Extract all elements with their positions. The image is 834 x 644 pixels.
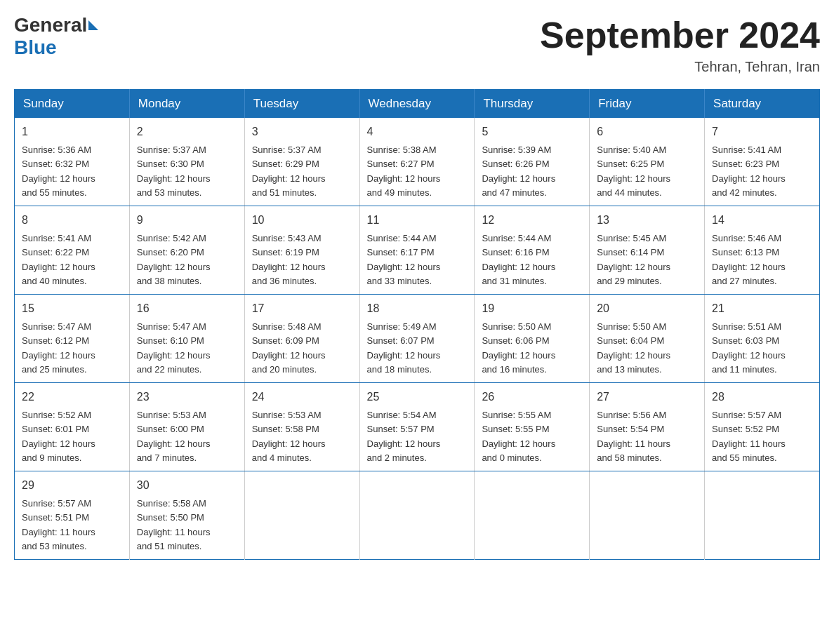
logo-general: General (14, 14, 87, 36)
day-number: 28 (712, 389, 812, 405)
calendar-cell: 8Sunrise: 5:41 AMSunset: 6:22 PMDaylight… (15, 206, 130, 295)
calendar-cell (590, 471, 705, 560)
day-info: Sunrise: 5:47 AMSunset: 6:12 PMDaylight:… (22, 321, 95, 375)
day-number: 11 (367, 212, 468, 229)
day-number: 24 (252, 389, 352, 405)
calendar-table: SundayMondayTuesdayWednesdayThursdayFrid… (14, 89, 820, 560)
weekday-header-friday: Friday (590, 90, 705, 119)
calendar-week-row: 29Sunrise: 5:57 AMSunset: 5:51 PMDayligh… (15, 471, 820, 560)
calendar-cell: 21Sunrise: 5:51 AMSunset: 6:03 PMDayligh… (705, 295, 820, 383)
weekday-header-thursday: Thursday (475, 90, 590, 119)
day-number: 3 (252, 123, 352, 140)
calendar-cell: 20Sunrise: 5:50 AMSunset: 6:04 PMDayligh… (590, 295, 705, 383)
day-number: 21 (712, 300, 812, 317)
day-number: 20 (597, 300, 697, 317)
day-info: Sunrise: 5:43 AMSunset: 6:19 PMDaylight:… (252, 233, 326, 286)
day-number: 27 (597, 389, 697, 405)
day-number: 10 (252, 212, 352, 229)
calendar-cell: 18Sunrise: 5:49 AMSunset: 6:07 PMDayligh… (359, 295, 475, 383)
day-info: Sunrise: 5:47 AMSunset: 6:10 PMDaylight:… (137, 321, 211, 375)
day-info: Sunrise: 5:44 AMSunset: 6:17 PMDaylight:… (367, 233, 441, 286)
day-info: Sunrise: 5:52 AMSunset: 6:01 PMDaylight:… (22, 410, 95, 463)
logo-text: General (14, 14, 100, 36)
day-info: Sunrise: 5:45 AMSunset: 6:14 PMDaylight:… (597, 233, 670, 286)
day-number: 5 (482, 123, 582, 140)
calendar-cell: 15Sunrise: 5:47 AMSunset: 6:12 PMDayligh… (15, 295, 130, 383)
logo-arrow-icon (88, 20, 98, 30)
day-info: Sunrise: 5:44 AMSunset: 6:16 PMDaylight:… (482, 233, 555, 286)
calendar-cell: 2Sunrise: 5:37 AMSunset: 6:30 PMDaylight… (129, 118, 244, 206)
day-number: 26 (482, 389, 582, 405)
logo-blue: Blue (14, 36, 57, 59)
calendar-cell: 27Sunrise: 5:56 AMSunset: 5:54 PMDayligh… (590, 383, 705, 471)
day-info: Sunrise: 5:50 AMSunset: 6:06 PMDaylight:… (482, 321, 555, 375)
calendar-cell: 22Sunrise: 5:52 AMSunset: 6:01 PMDayligh… (15, 383, 130, 471)
calendar-cell: 14Sunrise: 5:46 AMSunset: 6:13 PMDayligh… (705, 206, 820, 295)
calendar-cell: 29Sunrise: 5:57 AMSunset: 5:51 PMDayligh… (15, 471, 130, 560)
day-number: 22 (22, 389, 122, 405)
day-info: Sunrise: 5:41 AMSunset: 6:23 PMDaylight:… (712, 145, 786, 198)
day-number: 17 (252, 300, 352, 317)
calendar-week-row: 15Sunrise: 5:47 AMSunset: 6:12 PMDayligh… (15, 295, 820, 383)
calendar-cell: 3Sunrise: 5:37 AMSunset: 6:29 PMDaylight… (244, 118, 359, 206)
weekday-header-wednesday: Wednesday (359, 90, 475, 119)
day-info: Sunrise: 5:48 AMSunset: 6:09 PMDaylight:… (252, 321, 326, 375)
calendar-week-row: 1Sunrise: 5:36 AMSunset: 6:32 PMDaylight… (15, 118, 820, 206)
calendar-cell: 7Sunrise: 5:41 AMSunset: 6:23 PMDaylight… (705, 118, 820, 206)
day-info: Sunrise: 5:46 AMSunset: 6:13 PMDaylight:… (712, 233, 786, 286)
day-info: Sunrise: 5:40 AMSunset: 6:25 PMDaylight:… (597, 145, 670, 198)
day-info: Sunrise: 5:57 AMSunset: 5:51 PMDaylight:… (22, 498, 95, 551)
day-info: Sunrise: 5:55 AMSunset: 5:55 PMDaylight:… (482, 410, 555, 463)
day-info: Sunrise: 5:41 AMSunset: 6:22 PMDaylight:… (22, 233, 95, 286)
title-section: September 2024 Tehran, Tehran, Iran (540, 14, 820, 75)
day-info: Sunrise: 5:37 AMSunset: 6:29 PMDaylight:… (252, 145, 326, 198)
day-info: Sunrise: 5:58 AMSunset: 5:50 PMDaylight:… (137, 498, 211, 551)
weekday-header-sunday: Sunday (15, 90, 130, 119)
weekday-header-saturday: Saturday (705, 90, 820, 119)
day-number: 29 (22, 477, 122, 494)
day-number: 23 (137, 389, 237, 405)
calendar-cell: 24Sunrise: 5:53 AMSunset: 5:58 PMDayligh… (244, 383, 359, 471)
day-info: Sunrise: 5:39 AMSunset: 6:26 PMDaylight:… (482, 145, 555, 198)
day-info: Sunrise: 5:54 AMSunset: 5:57 PMDaylight:… (367, 410, 441, 463)
day-number: 13 (597, 212, 697, 229)
day-number: 14 (712, 212, 812, 229)
calendar-cell: 16Sunrise: 5:47 AMSunset: 6:10 PMDayligh… (129, 295, 244, 383)
calendar-cell: 26Sunrise: 5:55 AMSunset: 5:55 PMDayligh… (475, 383, 590, 471)
weekday-header-tuesday: Tuesday (244, 90, 359, 119)
logo: General Blue (14, 14, 100, 59)
day-number: 4 (367, 123, 468, 140)
day-number: 25 (367, 389, 468, 405)
day-number: 19 (482, 300, 582, 317)
calendar-cell: 10Sunrise: 5:43 AMSunset: 6:19 PMDayligh… (244, 206, 359, 295)
day-info: Sunrise: 5:49 AMSunset: 6:07 PMDaylight:… (367, 321, 441, 375)
calendar-cell: 13Sunrise: 5:45 AMSunset: 6:14 PMDayligh… (590, 206, 705, 295)
day-info: Sunrise: 5:50 AMSunset: 6:04 PMDaylight:… (597, 321, 670, 375)
calendar-cell: 23Sunrise: 5:53 AMSunset: 6:00 PMDayligh… (129, 383, 244, 471)
calendar-cell: 17Sunrise: 5:48 AMSunset: 6:09 PMDayligh… (244, 295, 359, 383)
day-info: Sunrise: 5:37 AMSunset: 6:30 PMDaylight:… (137, 145, 211, 198)
day-info: Sunrise: 5:36 AMSunset: 6:32 PMDaylight:… (22, 145, 95, 198)
day-info: Sunrise: 5:51 AMSunset: 6:03 PMDaylight:… (712, 321, 786, 375)
calendar-cell: 11Sunrise: 5:44 AMSunset: 6:17 PMDayligh… (359, 206, 475, 295)
calendar-cell: 12Sunrise: 5:44 AMSunset: 6:16 PMDayligh… (475, 206, 590, 295)
day-info: Sunrise: 5:42 AMSunset: 6:20 PMDaylight:… (137, 233, 211, 286)
day-number: 12 (482, 212, 582, 229)
day-number: 18 (367, 300, 468, 317)
calendar-cell (359, 471, 475, 560)
day-number: 2 (137, 123, 237, 140)
calendar-cell: 4Sunrise: 5:38 AMSunset: 6:27 PMDaylight… (359, 118, 475, 206)
calendar-cell: 28Sunrise: 5:57 AMSunset: 5:52 PMDayligh… (705, 383, 820, 471)
day-number: 16 (137, 300, 237, 317)
day-number: 1 (22, 123, 122, 140)
day-number: 8 (22, 212, 122, 229)
calendar-cell: 6Sunrise: 5:40 AMSunset: 6:25 PMDaylight… (590, 118, 705, 206)
calendar-cell: 9Sunrise: 5:42 AMSunset: 6:20 PMDaylight… (129, 206, 244, 295)
day-info: Sunrise: 5:57 AMSunset: 5:52 PMDaylight:… (712, 410, 786, 463)
day-number: 15 (22, 300, 122, 317)
day-number: 6 (597, 123, 697, 140)
calendar-cell (244, 471, 359, 560)
calendar-cell: 25Sunrise: 5:54 AMSunset: 5:57 PMDayligh… (359, 383, 475, 471)
day-number: 30 (137, 477, 237, 494)
day-info: Sunrise: 5:53 AMSunset: 5:58 PMDaylight:… (252, 410, 326, 463)
